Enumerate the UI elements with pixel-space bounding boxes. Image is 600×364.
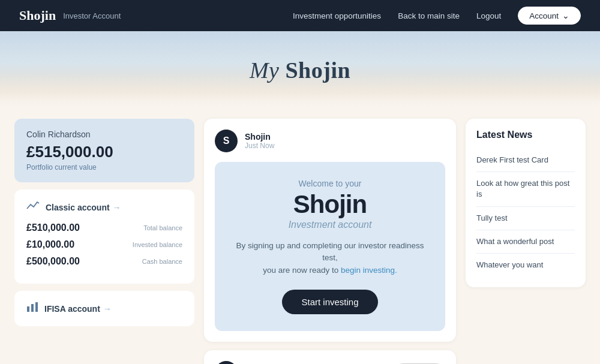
message-sender: Shojin bbox=[245, 132, 274, 142]
post-header: S Shojin Today Share bbox=[215, 361, 445, 364]
news-card: Latest News Derek First test CardLook at… bbox=[466, 119, 586, 287]
total-balance-row: £510,000.00 Total balance bbox=[26, 222, 182, 233]
news-title: Latest News bbox=[476, 130, 575, 140]
svg-rect-1 bbox=[31, 304, 34, 312]
welcome-box: Welcome to your Shojin Investment accoun… bbox=[215, 162, 445, 331]
portfolio-value: £515,000.00 bbox=[26, 143, 182, 161]
cash-balance-amount: £500,000.00 bbox=[26, 256, 80, 267]
brand-subtitle: Investor Account bbox=[63, 11, 121, 20]
svg-rect-2 bbox=[35, 302, 38, 312]
navbar: Shojin Investor Account Investment oppor… bbox=[0, 0, 600, 31]
begin-investing-link[interactable]: begin investing. bbox=[341, 266, 397, 275]
news-item[interactable]: Derek First test Card bbox=[476, 149, 575, 172]
cash-balance-label: Cash balance bbox=[142, 258, 182, 265]
svg-rect-0 bbox=[27, 306, 29, 312]
portfolio-name: Colin Richardson bbox=[26, 130, 182, 139]
shojin-avatar: S bbox=[215, 130, 238, 152]
main-content: Colin Richardson £515,000.00 Portfolio c… bbox=[0, 109, 600, 364]
news-item[interactable]: Whatever you want bbox=[476, 254, 575, 276]
nav-investment-link[interactable]: Investment opportunities bbox=[293, 11, 381, 20]
portfolio-card: Colin Richardson £515,000.00 Portfolio c… bbox=[14, 119, 194, 182]
right-column: Latest News Derek First test CardLook at… bbox=[466, 119, 586, 364]
message-header: S Shojin Just Now bbox=[215, 130, 445, 152]
cash-balance-row: £500,000.00 Cash balance bbox=[26, 256, 182, 267]
welcome-brand: Shojin bbox=[229, 192, 431, 217]
total-balance-amount: £510,000.00 bbox=[26, 222, 80, 233]
account-button[interactable]: Account ⌄ bbox=[518, 7, 581, 25]
welcome-text: By signing up and completing our investo… bbox=[229, 240, 431, 276]
news-item[interactable]: Tully test bbox=[476, 207, 575, 230]
brand-logo: Shojin bbox=[19, 8, 56, 23]
invested-balance-amount: £10,000.00 bbox=[26, 239, 74, 250]
message-time: Just Now bbox=[245, 142, 274, 150]
nav-logout-link[interactable]: Logout bbox=[476, 11, 501, 20]
ifisa-account-arrow: → bbox=[103, 304, 112, 314]
portfolio-label: Portfolio current value bbox=[26, 163, 182, 172]
middle-column: S Shojin Just Now Welcome to your Shojin… bbox=[204, 119, 456, 364]
invested-balance-label: Invested balance bbox=[133, 241, 182, 248]
classic-account-card: Classic account → £510,000.00 Total bala… bbox=[14, 189, 194, 284]
hero-title: My Shojin bbox=[250, 57, 350, 83]
bar-chart-icon bbox=[26, 302, 38, 315]
classic-account-link[interactable]: Classic account → bbox=[46, 203, 121, 212]
chevron-down-icon: ⌄ bbox=[562, 11, 569, 20]
welcome-tagline: Investment account bbox=[229, 219, 431, 230]
message-meta: Shojin Just Now bbox=[245, 132, 274, 150]
welcome-subtitle: Welcome to your bbox=[229, 179, 431, 188]
classic-account-arrow: → bbox=[113, 203, 121, 212]
total-balance-label: Total balance bbox=[143, 224, 182, 231]
hero-banner: My Shojin bbox=[0, 31, 600, 109]
ifisa-account-link[interactable]: IFISA account → bbox=[44, 304, 112, 314]
start-investing-button[interactable]: Start investing bbox=[282, 290, 377, 314]
post-card: S Shojin Today Share bbox=[204, 350, 456, 364]
welcome-message-card: S Shojin Just Now Welcome to your Shojin… bbox=[204, 119, 456, 342]
left-column: Colin Richardson £515,000.00 Portfolio c… bbox=[14, 119, 194, 364]
news-item[interactable]: Look at how great this post is bbox=[476, 172, 575, 206]
navbar-brand: Shojin Investor Account bbox=[19, 8, 281, 23]
news-item[interactable]: What a wonderful post bbox=[476, 230, 575, 254]
ifisa-header: IFISA account → bbox=[26, 302, 182, 315]
navbar-links: Investment opportunities Back to main si… bbox=[293, 7, 581, 25]
chart-line-icon bbox=[26, 200, 40, 214]
news-list: Derek First test CardLook at how great t… bbox=[476, 149, 575, 276]
invested-balance-row: £10,000.00 Invested balance bbox=[26, 239, 182, 250]
post-avatar: S bbox=[215, 361, 238, 364]
nav-main-site-link[interactable]: Back to main site bbox=[398, 11, 460, 20]
ifisa-account-card: IFISA account → bbox=[14, 291, 194, 326]
classic-account-header: Classic account → bbox=[26, 200, 182, 214]
